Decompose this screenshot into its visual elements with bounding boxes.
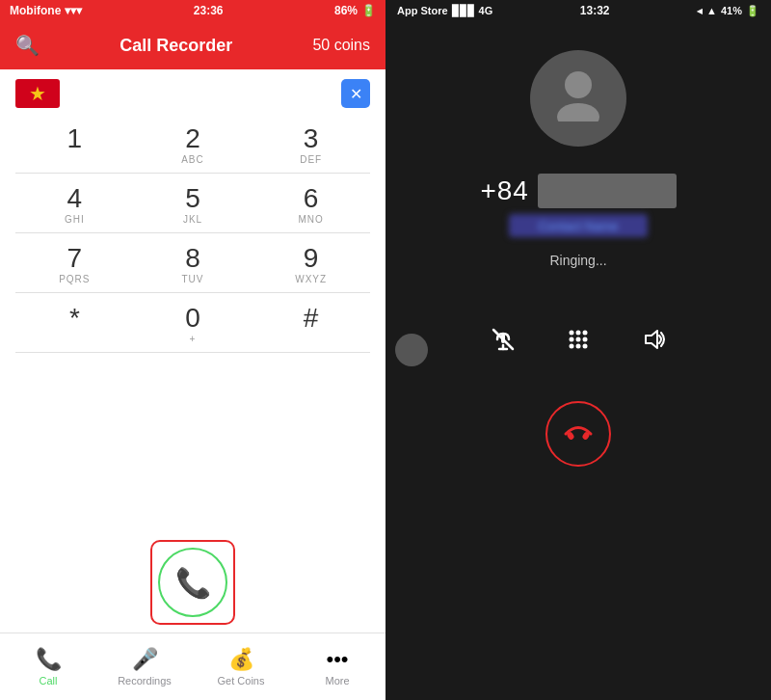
- battery-icon: 🔋: [361, 4, 376, 17]
- search-icon[interactable]: 🔍: [15, 34, 40, 57]
- call-status: Ringing...: [549, 253, 606, 268]
- mute-button[interactable]: [490, 326, 517, 353]
- svg-point-9: [570, 337, 574, 342]
- end-call-button[interactable]: [545, 401, 611, 467]
- key-4[interactable]: 4 GHI: [15, 174, 134, 233]
- right-panel: App Store ▊▊▊ 4G 13:32 ◂ ▲ 41% 🔋 +84 ···…: [386, 0, 771, 700]
- wifi-icon: ▾▾▾: [65, 4, 82, 17]
- battery-right-label: 41%: [721, 5, 742, 16]
- caller-avatar: [530, 50, 626, 147]
- svg-point-14: [583, 344, 588, 349]
- blurred-number: ·····: [538, 174, 677, 208]
- recordings-tab-icon: 🎤: [132, 647, 158, 672]
- tab-get-coins[interactable]: 💰 Get Coins: [193, 641, 289, 692]
- tab-bar: 📞 Call 🎤 Recordings 💰 Get Coins ••• More: [0, 633, 386, 700]
- call-screen: +84 ····· Contact Name Ringing...: [386, 21, 771, 700]
- network-type-label: 4G: [479, 5, 493, 16]
- dialpad: 1 2 ABC 3 DEF 4 GHI 5 JKL 6 MNO: [0, 114, 386, 530]
- key-6[interactable]: 6 MNO: [252, 174, 370, 233]
- call-button[interactable]: 📞: [158, 548, 227, 617]
- app-store-carrier: App Store ▊▊▊ 4G: [397, 5, 492, 17]
- time-right: 13:32: [580, 4, 610, 17]
- speaker-button[interactable]: [640, 326, 667, 353]
- get-coins-tab-icon: 💰: [228, 647, 254, 672]
- app-store-label: App Store: [397, 5, 448, 16]
- caller-number: +84 ·····: [480, 174, 676, 208]
- call-controls: [490, 307, 667, 353]
- svg-point-13: [576, 344, 581, 349]
- svg-point-12: [570, 344, 574, 349]
- battery-right-icon: 🔋: [746, 5, 759, 17]
- end-call-area: [545, 401, 611, 496]
- tab-more[interactable]: ••• More: [289, 641, 386, 692]
- recordings-tab-label: Recordings: [118, 675, 172, 687]
- key-0[interactable]: 0 +: [134, 293, 253, 353]
- dialpad-grid: 1 2 ABC 3 DEF 4 GHI 5 JKL 6 MNO: [15, 114, 370, 353]
- key-9[interactable]: 9 WXYZ: [252, 233, 370, 293]
- carrier-info: Mobifone ▾▾▾: [10, 4, 82, 17]
- key-1[interactable]: 1: [15, 114, 134, 174]
- more-tab-label: More: [325, 675, 349, 687]
- svg-point-10: [576, 337, 581, 342]
- get-coins-tab-label: Get Coins: [218, 675, 265, 687]
- phone-icon: 📞: [175, 566, 211, 600]
- side-volume-button: [395, 334, 428, 366]
- status-bar-left: Mobifone ▾▾▾ 23:36 86% 🔋: [0, 0, 386, 21]
- key-5[interactable]: 5 JKL: [134, 174, 253, 233]
- svg-point-0: [565, 71, 592, 98]
- flag-row: ★ ✕: [0, 69, 386, 114]
- key-8[interactable]: 8 TUV: [134, 233, 253, 293]
- status-bar-right: App Store ▊▊▊ 4G 13:32 ◂ ▲ 41% 🔋: [386, 0, 771, 21]
- svg-point-8: [583, 331, 588, 336]
- battery-right: ◂ ▲ 41% 🔋: [697, 5, 759, 17]
- call-button-wrapper: 📞: [150, 540, 235, 625]
- header: 🔍 Call Recorder 50 coins: [0, 21, 386, 69]
- svg-point-7: [576, 331, 581, 336]
- carrier-label: Mobifone: [10, 4, 61, 17]
- svg-point-11: [583, 337, 588, 342]
- battery-label: 86%: [334, 4, 358, 17]
- svg-rect-3: [501, 334, 505, 343]
- alarm-icon: ▲: [706, 5, 717, 16]
- signal-bars-icon: ▊▊▊: [452, 5, 475, 17]
- key-2[interactable]: 2 ABC: [134, 114, 253, 174]
- country-flag[interactable]: ★: [15, 79, 60, 108]
- delete-icon: ✕: [350, 85, 362, 103]
- country-code: +84: [480, 175, 529, 205]
- call-tab-icon: 📞: [36, 647, 62, 672]
- battery-info: 86% 🔋: [334, 4, 376, 17]
- key-hash[interactable]: #: [252, 293, 370, 353]
- more-tab-icon: •••: [326, 647, 348, 672]
- key-7[interactable]: 7 PQRS: [15, 233, 134, 293]
- caller-name: Contact Name: [509, 214, 647, 237]
- gps-icon: ◂: [697, 5, 703, 17]
- delete-button[interactable]: ✕: [341, 79, 370, 108]
- call-tab-label: Call: [40, 675, 58, 687]
- keypad-button[interactable]: [565, 326, 592, 353]
- tab-call[interactable]: 📞 Call: [0, 641, 96, 692]
- svg-point-1: [557, 103, 599, 121]
- svg-point-6: [570, 331, 574, 336]
- app-title: Call Recorder: [120, 36, 232, 56]
- flag-star-icon: ★: [29, 82, 46, 105]
- person-icon: [549, 64, 607, 133]
- time-left: 23:36: [194, 4, 224, 17]
- tab-recordings[interactable]: 🎤 Recordings: [96, 641, 193, 692]
- svg-marker-15: [646, 331, 657, 348]
- key-3[interactable]: 3 DEF: [252, 114, 370, 174]
- left-panel: Mobifone ▾▾▾ 23:36 86% 🔋 🔍 Call Recorder…: [0, 0, 386, 700]
- coins-label: 50 coins: [312, 37, 370, 54]
- key-star[interactable]: *: [15, 293, 134, 353]
- call-button-area: 📞: [0, 530, 386, 633]
